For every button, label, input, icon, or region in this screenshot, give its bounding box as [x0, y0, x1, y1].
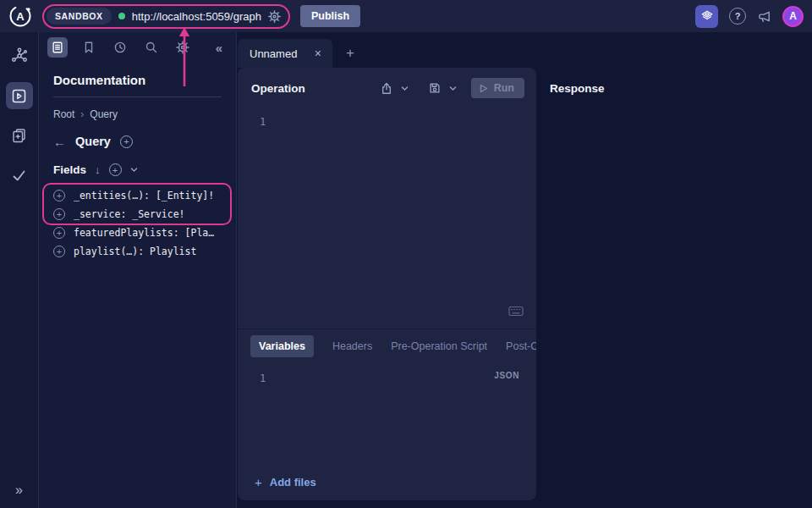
fields-list: + _entities(…): [_Entity]! + _service: _… — [53, 186, 222, 261]
graph-schema-icon — [11, 47, 28, 64]
chevron-down-icon — [130, 167, 138, 173]
connection-settings-gear-icon[interactable] — [268, 10, 281, 23]
new-tab-button[interactable]: + — [346, 46, 354, 60]
field-signature: _entities(…): [_Entity]! — [74, 190, 214, 202]
add-type-to-operation-button[interactable]: + — [120, 135, 133, 148]
add-all-fields-button[interactable]: + — [109, 163, 122, 176]
publish-button[interactable]: Publish — [300, 5, 360, 27]
operation-card: Operation — [238, 68, 536, 500]
double-chevron-left-icon: « — [216, 41, 222, 55]
back-button[interactable]: ← — [53, 135, 66, 148]
field-row-featured-playlists[interactable]: + featuredPlaylists: [Pla… — [53, 224, 222, 242]
stack-cube-icon — [700, 9, 714, 23]
docs-divider — [53, 97, 222, 97]
documentation-panel: « Documentation Root › Query ← Query + F… — [39, 32, 237, 508]
tab-search[interactable] — [141, 37, 162, 58]
user-avatar[interactable]: A — [782, 6, 804, 27]
plus-icon: + — [255, 476, 262, 489]
field-signature: _service: _Service! — [74, 208, 185, 220]
save-options-button[interactable] — [447, 84, 458, 93]
avatar-letter: A — [789, 10, 797, 22]
breadcrumb-root[interactable]: Root — [53, 108, 74, 120]
subtab-variables[interactable]: Variables — [250, 335, 314, 357]
sidebar-item-explorer[interactable] — [6, 82, 33, 109]
topbar: A SANDBOX http://localhost:5059/graph Pu… — [0, 0, 812, 32]
expand-sidebar-button[interactable]: » — [15, 483, 23, 498]
docs-toolbar: « — [39, 32, 236, 61]
fields-header-row: Fields ↓ + — [53, 163, 222, 176]
add-field-button[interactable]: + — [53, 208, 65, 220]
play-square-icon — [11, 88, 27, 104]
type-header-row: ← Query + — [53, 135, 222, 148]
collapse-panel-button[interactable]: « — [216, 41, 222, 55]
field-signature: featuredPlaylists: [Pla… — [74, 227, 214, 239]
docs-content: Documentation Root › Query ← Query + Fie… — [39, 61, 236, 508]
type-title: Query — [75, 135, 111, 148]
double-chevron-right-icon: » — [15, 483, 23, 497]
help-button[interactable]: ? — [729, 8, 746, 25]
operation-editor[interactable]: 1 — [238, 108, 536, 329]
sort-arrow-icon: ↓ — [95, 163, 101, 176]
save-operation-button[interactable] — [426, 80, 443, 97]
tab-title: Unnamed — [250, 47, 306, 60]
sidebar-item-schema[interactable] — [6, 42, 33, 69]
field-row-playlist[interactable]: + playlist(…): Playlist — [53, 242, 222, 261]
graph-url-container: SANDBOX http://localhost:5059/graph — [42, 4, 290, 29]
plus-icon: + — [346, 45, 354, 61]
sandbox-badge: SANDBOX — [47, 8, 112, 25]
add-fields-options-button[interactable] — [130, 167, 138, 173]
checkmark-icon — [11, 168, 27, 184]
keyboard-shortcuts-button[interactable] — [508, 306, 524, 319]
back-arrow-icon: ← — [53, 135, 66, 149]
operation-panel-title: Operation — [251, 82, 378, 95]
chevron-down-icon — [449, 86, 457, 91]
subtab-pre-operation-script[interactable]: Pre-Operation Script — [391, 340, 487, 352]
graphos-studio-button[interactable] — [695, 5, 718, 28]
share-options-button[interactable] — [399, 84, 410, 93]
add-field-button[interactable]: + — [53, 246, 65, 257]
operation-tab-unnamed[interactable]: Unnamed × — [238, 39, 332, 68]
save-floppy-icon — [428, 81, 442, 95]
subtab-post-operation-script[interactable]: Post-Operation Script — [506, 340, 536, 352]
tab-history[interactable] — [110, 37, 130, 58]
left-rail: » — [0, 32, 39, 508]
documents-plus-icon — [11, 128, 27, 144]
language-badge: JSON — [494, 371, 519, 380]
add-field-button[interactable]: + — [53, 227, 65, 239]
share-operation-button[interactable] — [378, 80, 395, 97]
field-row-service[interactable]: + _service: _Service! — [53, 205, 222, 224]
megaphone-icon — [757, 9, 771, 24]
sidebar-item-operation-collections[interactable] — [6, 122, 33, 149]
keyboard-icon — [508, 306, 524, 317]
search-icon — [145, 41, 158, 54]
sidebar-item-checks[interactable] — [6, 162, 33, 189]
breadcrumb: Root › Query — [53, 108, 222, 120]
graph-url-input[interactable]: http://localhost:5059/graph — [132, 10, 261, 23]
workspace: Unnamed × + Operation — [237, 32, 812, 508]
operation-header: Operation — [238, 68, 536, 108]
workspace-content: Operation — [237, 68, 812, 508]
editor-line-number: 1 — [260, 116, 266, 128]
apollo-logo[interactable]: A — [8, 4, 32, 28]
tab-saved-operations[interactable] — [79, 37, 99, 58]
add-field-button[interactable]: + — [53, 190, 65, 202]
field-signature: playlist(…): Playlist — [74, 246, 196, 257]
close-icon: × — [315, 47, 321, 60]
chevron-down-icon — [401, 86, 409, 91]
fields-section-label: Fields — [53, 163, 86, 176]
add-files-button[interactable]: + Add files — [238, 464, 536, 500]
apollo-sandbox-app: A SANDBOX http://localhost:5059/graph Pu… — [0, 0, 812, 508]
close-tab-button[interactable]: × — [313, 47, 323, 59]
announcements-button[interactable] — [757, 9, 771, 24]
tab-documentation[interactable] — [47, 37, 68, 58]
subtab-headers[interactable]: Headers — [332, 340, 372, 352]
run-button[interactable]: Run — [471, 78, 524, 98]
play-icon — [480, 84, 488, 93]
breadcrumb-current: Query — [90, 108, 118, 120]
sort-fields-button[interactable]: ↓ — [95, 164, 101, 175]
tab-explorer-settings[interactable] — [173, 37, 193, 58]
variables-editor[interactable]: 1 JSON — [238, 362, 536, 464]
field-row-entities[interactable]: + _entities(…): [_Entity]! — [53, 186, 222, 205]
editor-line-number: 1 — [260, 373, 266, 384]
document-text-icon — [51, 41, 64, 54]
